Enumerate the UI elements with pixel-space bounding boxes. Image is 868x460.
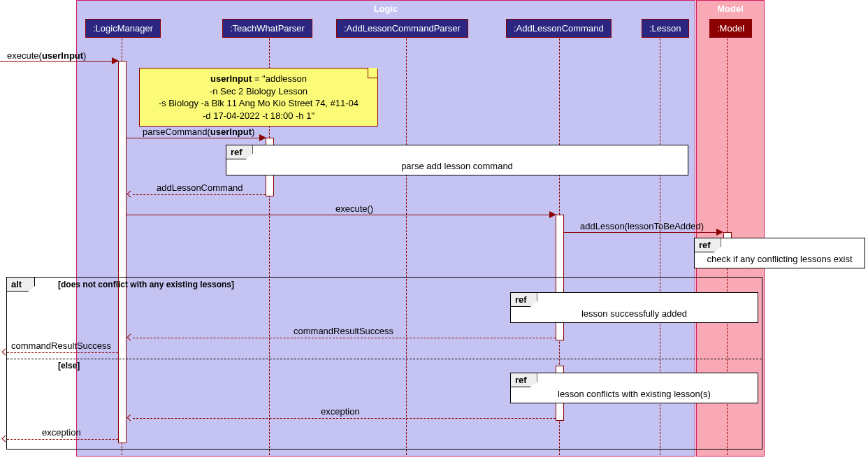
msg-crs-inner: commandResultSuccess — [294, 326, 393, 336]
msg-crs-out: commandResultSuccess — [11, 340, 111, 351]
alt-guard-else: [else] — [58, 361, 80, 371]
arrowhead-execute-in — [112, 57, 119, 64]
logic-title: Logic — [77, 1, 695, 14]
arrow-execute-in — [0, 61, 112, 62]
arrow-execute-empty — [126, 215, 549, 215]
ref-conflicts: ref lesson conflicts with existing lesso… — [510, 373, 758, 403]
alt-tag: alt — [7, 278, 35, 292]
participant-lesson: :Lesson — [642, 19, 689, 38]
note-userinput: userInput = "addlesson -n Sec 2 Biology … — [139, 68, 378, 127]
msg-parsecommand: parseCommand(userInput) — [143, 127, 254, 137]
arrowhead-addlesson — [716, 229, 723, 236]
arrowhead-parsecommand — [259, 134, 266, 141]
participant-model: :Model — [709, 19, 752, 38]
arrow-exc-inner — [133, 418, 556, 419]
participant-addlessoncommand: :AddLessonCommand — [506, 19, 612, 38]
participant-logicmanager: :LogicManager — [85, 19, 161, 38]
msg-addlesson: addLesson(lessonToBeAdded) — [580, 221, 704, 231]
alt-guard-if: [does not conflict with any existing les… — [58, 280, 234, 289]
arrow-crs-inner — [133, 338, 556, 338]
msg-execute-empty: execute() — [335, 203, 373, 214]
participant-teachwhatparser: :TeachWhatParser — [222, 19, 312, 38]
arrow-exc-out — [7, 439, 118, 440]
note-corner — [368, 68, 378, 78]
msg-addlessoncommand-return: addLessonCommand — [157, 182, 243, 193]
ref-checkconflicting: ref check if any conflicting lessons exi… — [694, 238, 865, 268]
msg-exc-out: exception — [42, 427, 81, 438]
msg-execute-userinput: execute(userInput) — [7, 50, 86, 61]
arrow-addlesson — [564, 232, 718, 233]
ref-text-1: parse add lesson command — [226, 145, 688, 175]
ref-text-4: lesson conflicts with existing lesson(s) — [511, 373, 758, 403]
model-title: Model — [697, 1, 764, 14]
arrow-parsecommand — [126, 138, 259, 138]
arrow-crs-out — [7, 352, 118, 353]
ref-parseaddlesson: ref parse add lesson command — [226, 145, 688, 175]
ref-text-3: lesson successfully added — [511, 293, 758, 323]
participant-addlessoncommandparser: :AddLessonCommandParser — [336, 19, 468, 38]
ref-lessonsadded: ref lesson successfully added — [510, 292, 758, 323]
msg-exc-inner: exception — [321, 406, 360, 417]
arrow-return-1 — [133, 194, 266, 195]
alt-divider — [7, 359, 762, 359]
arrowhead-execute-empty — [549, 211, 556, 218]
